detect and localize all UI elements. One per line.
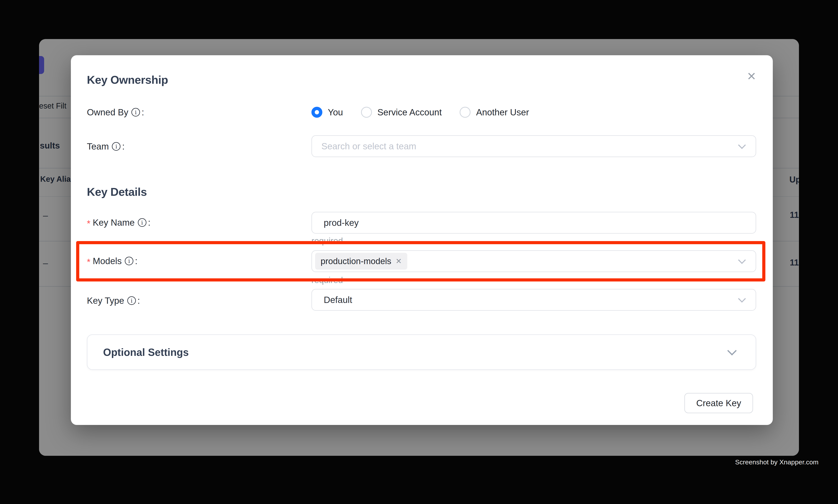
chevron-down-icon: [738, 141, 746, 149]
team-select-placeholder: Search or select a team: [321, 141, 416, 151]
label-colon: :: [135, 256, 138, 266]
models-label-text: Models: [93, 256, 122, 266]
key-details-section-title: Key Details: [87, 185, 147, 198]
radio-selected-icon[interactable]: [311, 107, 322, 118]
screenshot-stage: eset Filt sults Key Alia Up – 11/ – 11/ …: [0, 0, 838, 504]
modal-title: Key Ownership: [87, 73, 168, 86]
label-colon: :: [138, 295, 140, 306]
label-colon: :: [122, 141, 125, 152]
key-name-label: * Key Name :: [87, 216, 150, 229]
label-colon: :: [148, 217, 150, 228]
label-colon: :: [142, 107, 144, 118]
info-icon[interactable]: [112, 142, 121, 151]
radio-label: Service Account: [377, 107, 442, 118]
key-name-input-value: prod-key: [324, 217, 359, 228]
chevron-down-icon: [738, 295, 746, 303]
selected-model-tag-label: production-models: [321, 256, 391, 266]
radio-option-service-account[interactable]: Service Account: [361, 107, 442, 118]
optional-settings-panel[interactable]: Optional Settings: [87, 335, 756, 370]
required-asterisk: *: [87, 257, 90, 267]
owned-by-label-text: Owned By: [87, 107, 128, 118]
info-icon[interactable]: [125, 257, 133, 265]
models-validation-message: required: [311, 275, 343, 285]
key-type-label-text: Key Type: [87, 295, 124, 306]
selected-model-tag: production-models ✕: [315, 253, 407, 270]
radio-option-you[interactable]: You: [311, 107, 343, 118]
models-label: * Models :: [87, 254, 138, 268]
chevron-down-icon: [727, 346, 737, 356]
models-select[interactable]: production-models ✕: [311, 250, 756, 272]
chevron-down-icon: [738, 256, 746, 264]
owned-by-label: Owned By :: [87, 106, 144, 119]
radio-option-another-user[interactable]: Another User: [460, 107, 529, 118]
create-key-button[interactable]: Create Key: [684, 393, 753, 413]
radio-label: Another User: [476, 107, 529, 118]
team-select[interactable]: Search or select a team: [311, 135, 756, 157]
key-type-select-value: Default: [324, 294, 352, 305]
key-name-label-text: Key Name: [93, 217, 135, 228]
background-page: eset Filt sults Key Alia Up – 11/ – 11/ …: [39, 39, 799, 456]
info-icon[interactable]: [138, 218, 146, 227]
info-icon[interactable]: [127, 296, 136, 305]
tag-remove-icon[interactable]: ✕: [396, 257, 402, 266]
team-label: Team :: [87, 140, 125, 153]
close-icon[interactable]: ✕: [742, 67, 761, 86]
radio-unselected-icon[interactable]: [361, 107, 372, 118]
create-key-modal: Key Ownership ✕ Owned By : You Service A…: [71, 55, 773, 425]
owned-by-radio-group: You Service Account Another User: [311, 105, 529, 119]
optional-settings-title: Optional Settings: [103, 346, 189, 358]
key-name-input[interactable]: prod-key: [311, 212, 756, 234]
team-label-text: Team: [87, 141, 109, 152]
radio-label: You: [328, 107, 343, 118]
key-name-validation-message: required: [311, 236, 343, 246]
key-type-label: Key Type :: [87, 294, 140, 307]
info-icon[interactable]: [131, 108, 140, 116]
key-type-select[interactable]: Default: [311, 289, 756, 311]
required-asterisk: *: [87, 218, 90, 229]
xnapper-watermark: Screenshot by Xnapper.com: [735, 458, 819, 466]
radio-unselected-icon[interactable]: [460, 107, 470, 118]
